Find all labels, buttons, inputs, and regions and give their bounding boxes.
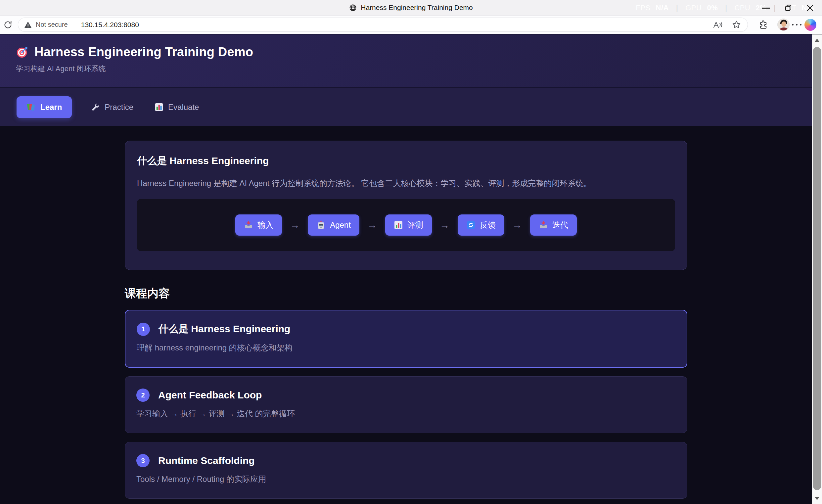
copilot-icon[interactable] [803, 18, 817, 32]
toolbar-divider [774, 20, 774, 30]
tab-evaluate[interactable]: Evaluate [152, 103, 201, 112]
lesson-title: Agent Feedback Loop [158, 390, 262, 401]
flow-step-label: 迭代 [552, 220, 568, 230]
lesson-title: 什么是 Harness Engineering [158, 322, 290, 336]
fps-label: FPS [636, 4, 650, 12]
concept-card: 什么是 Harness Engineering Harness Engineer… [125, 141, 687, 270]
close-button[interactable] [804, 2, 816, 14]
restore-button[interactable] [782, 2, 794, 14]
lesson-number-badge: 2 [136, 389, 149, 402]
cycle-icon [466, 220, 475, 230]
hud-divider: | [772, 4, 778, 12]
scrollbar-thumb[interactable] [813, 47, 821, 490]
flow-step-label: Agent [330, 220, 351, 230]
flow-diagram: 输入 → [137, 199, 675, 251]
flow-step-label: 评测 [407, 220, 423, 230]
flow-step-feedback[interactable]: 反馈 [458, 214, 504, 235]
flow-arrow: → [512, 219, 522, 231]
vertical-scrollbar[interactable] [812, 34, 822, 504]
tab-practice-label: Practice [104, 103, 133, 112]
flow-arrow: → [290, 219, 300, 231]
tab-evaluate-label: Evaluate [168, 103, 199, 112]
lesson-card-3[interactable]: 3 Runtime Scaffolding Tools / Memory / R… [125, 442, 687, 499]
lesson-description: 理解 harness engineering 的核心概念和架构 [137, 343, 676, 353]
page-subtitle: 学习构建 AI Agent 闭环系统 [16, 64, 812, 74]
flow-step-label: 反馈 [480, 220, 496, 230]
flow-step-agent[interactable]: Agent [308, 214, 359, 235]
robot-icon [316, 220, 326, 230]
security-label[interactable]: Not secure [36, 21, 68, 28]
inbox-icon [244, 220, 253, 230]
page: Harness Engineering Training Demo 学习构建 A… [0, 34, 812, 504]
books-icon [26, 103, 36, 112]
concept-description: Harness Engineering 是构建 AI Agent 行为控制系统的… [137, 178, 675, 188]
wrench-icon [91, 103, 100, 111]
target-icon [16, 46, 28, 59]
flow-step-iterate[interactable]: 迭代 [530, 214, 577, 235]
flow-arrow: → [440, 219, 450, 231]
gpu-label: GPU [685, 4, 702, 12]
bar-chart-icon [394, 220, 403, 230]
read-aloud-icon[interactable] [713, 21, 723, 29]
refresh-icon[interactable] [1, 18, 15, 31]
lesson-title: Runtime Scaffolding [158, 455, 255, 466]
window-title-text: Harness Engineering Training Demo [361, 4, 473, 12]
lesson-description: Tools / Memory / Routing 的实际应用 [136, 474, 676, 484]
profile-avatar[interactable] [777, 19, 790, 31]
browser-window: Harness Engineering Training Demo FPSN/A… [0, 0, 822, 504]
gpu-value: 0% [707, 4, 718, 12]
hud-divider: | [674, 4, 680, 12]
flow-step-evaluate[interactable]: 评测 [385, 214, 432, 235]
cpu-label: CPU [734, 4, 750, 12]
tab-learn[interactable]: Learn [17, 96, 72, 118]
globe-icon [349, 4, 357, 12]
settings-more-icon[interactable] [790, 24, 803, 25]
flow-step-input[interactable]: 输入 [235, 214, 282, 235]
scroll-up-icon[interactable] [812, 34, 822, 46]
favorite-star-icon[interactable] [732, 20, 741, 29]
lesson-card-2[interactable]: 2 Agent Feedback Loop 学习输入 → 执行 → 评测 → 迭… [125, 376, 687, 433]
fps-value: N/A [656, 4, 669, 12]
browser-toolbar: Not secure 130.15.4.203:8080 [0, 16, 822, 34]
flow-step-label: 输入 [258, 220, 273, 230]
lesson-card-1[interactable]: 1 什么是 Harness Engineering 理解 harness eng… [125, 310, 687, 368]
address-bar[interactable]: Not secure 130.15.4.203:8080 [18, 18, 748, 32]
page-header: Harness Engineering Training Demo 学习构建 A… [0, 34, 812, 87]
inbox-icon [539, 220, 548, 230]
webview: Harness Engineering Training Demo 学习构建 A… [0, 34, 822, 504]
content-column: 什么是 Harness Engineering Harness Engineer… [125, 141, 687, 499]
minimize-button[interactable] [760, 2, 772, 14]
tab-title: Harness Engineering Training Demo [349, 4, 473, 12]
lesson-number-badge: 1 [137, 323, 150, 336]
titlebar: Harness Engineering Training Demo FPSN/A… [0, 0, 822, 16]
concept-title: 什么是 Harness Engineering [137, 154, 675, 168]
page-title: Harness Engineering Training Demo [34, 45, 253, 59]
tab-learn-label: Learn [40, 103, 62, 112]
url-text[interactable]: 130.15.4.203:8080 [81, 21, 704, 29]
lesson-number-badge: 3 [136, 454, 149, 467]
tab-practice[interactable]: Practice [89, 103, 135, 112]
scroll-down-icon[interactable] [812, 493, 822, 504]
extensions-puzzle-icon[interactable] [757, 18, 770, 32]
section-title: 课程内容 [125, 286, 687, 301]
flow-arrow: → [367, 219, 377, 231]
lesson-description: 学习输入 → 执行 → 评测 → 迭代 的完整循环 [136, 408, 676, 419]
bar-chart-icon [154, 103, 163, 111]
tab-bar: Learn Practice [0, 87, 812, 126]
not-secure-warning-icon[interactable] [24, 21, 32, 28]
hud-divider: | [723, 4, 729, 12]
